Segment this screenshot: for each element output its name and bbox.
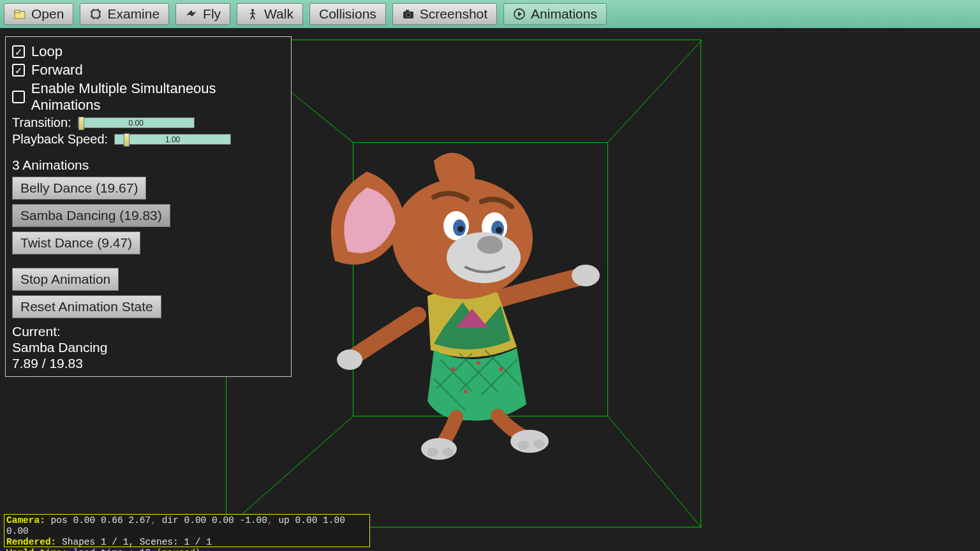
walk-icon: [246, 8, 259, 20]
svg-point-22: [451, 367, 455, 371]
animation-button[interactable]: Belly Dance (19.67): [12, 177, 146, 200]
screenshot-label: Screenshot: [420, 6, 487, 22]
current-animation-status: Current: Samba Dancing 7.89 / 19.83: [12, 324, 285, 371]
svg-point-28: [427, 448, 438, 457]
svg-point-4: [251, 9, 254, 11]
svg-rect-3: [91, 10, 101, 19]
animation-button[interactable]: Twist Dance (9.47): [12, 231, 140, 254]
svg-point-31: [517, 441, 529, 450]
fly-button[interactable]: Fly: [175, 3, 230, 25]
stop-animation-button[interactable]: Stop Animation: [12, 268, 119, 291]
examine-icon: [89, 8, 102, 20]
svg-point-38: [496, 227, 502, 233]
animations-button[interactable]: Animations: [503, 3, 607, 25]
svg-line-10: [608, 40, 702, 142]
fly-label: Fly: [203, 6, 221, 22]
status-camera-pos: 0.00 0.66 2.67: [73, 515, 151, 525]
multi-checkbox-row[interactable]: Enable Multiple Simultaneous Animations: [12, 80, 285, 114]
svg-point-13: [572, 265, 600, 286]
speed-row: Playback Speed: 1.00: [12, 132, 285, 147]
examine-label: Examine: [107, 6, 160, 22]
svg-point-27: [442, 448, 454, 457]
svg-point-23: [477, 361, 480, 365]
loop-label: Loop: [31, 43, 63, 60]
animations-label: Animations: [531, 6, 597, 22]
collisions-button[interactable]: Collisions: [309, 3, 386, 25]
forward-label: Forward: [31, 62, 83, 78]
speed-label: Playback Speed:: [12, 132, 108, 147]
multi-checkbox[interactable]: [12, 91, 25, 103]
speed-slider[interactable]: 1.00: [114, 134, 231, 145]
play-circle-icon: [513, 8, 526, 20]
svg-rect-1: [15, 10, 20, 13]
multi-label: Enable Multiple Simultaneous Animations: [31, 80, 285, 114]
svg-point-24: [499, 367, 503, 371]
model-character: [306, 149, 612, 468]
current-heading: Current:: [12, 324, 285, 340]
loop-checkbox[interactable]: ✓: [12, 45, 25, 58]
forward-checkbox[interactable]: ✓: [12, 64, 25, 77]
loop-checkbox-row[interactable]: ✓ Loop: [12, 43, 285, 60]
svg-rect-7: [406, 10, 409, 12]
transition-slider[interactable]: 0.00: [78, 117, 195, 128]
collisions-label: Collisions: [319, 6, 376, 22]
examine-button[interactable]: Examine: [80, 3, 169, 25]
fly-icon: [185, 8, 198, 20]
screenshot-button[interactable]: Screenshot: [392, 3, 497, 25]
status-bar: Camera: pos 0.00 0.66 2.67, dir 0.00 0.0…: [4, 514, 370, 547]
forward-checkbox-row[interactable]: ✓ Forward: [12, 62, 285, 78]
svg-point-14: [337, 349, 362, 370]
transition-row: Transition: 0.00: [12, 115, 285, 130]
svg-point-37: [457, 226, 464, 232]
open-label: Open: [31, 6, 64, 22]
status-camera-dir: 0.00 0.00 -1.00: [184, 515, 267, 525]
animation-count: 3 Animations: [12, 158, 285, 173]
open-icon: [13, 8, 26, 20]
animation-button[interactable]: Samba Dancing (19.83): [12, 204, 170, 227]
reset-animation-button[interactable]: Reset Animation State: [12, 295, 161, 318]
status-world-key: World time:: [6, 548, 68, 551]
walk-button[interactable]: Walk: [237, 3, 303, 25]
current-time: 7.89 / 19.83: [12, 356, 285, 372]
status-rendered-val: Shapes 1 / 1, Scenes: 1 / 1: [56, 537, 212, 547]
status-rendered-key: Rendered:: [6, 537, 56, 547]
svg-point-40: [477, 236, 503, 254]
svg-point-6: [406, 13, 410, 17]
transition-label: Transition:: [12, 115, 71, 130]
status-world-val: load time + 10: [68, 548, 156, 551]
walk-label: Walk: [264, 6, 293, 22]
transition-value: 0.00: [78, 119, 194, 128]
camera-icon: [402, 8, 415, 20]
current-name: Samba Dancing: [12, 340, 285, 356]
svg-line-12: [608, 416, 702, 528]
speed-value: 1.00: [115, 135, 230, 144]
open-button[interactable]: Open: [4, 3, 73, 25]
status-camera-key: Camera:: [6, 515, 45, 525]
main-toolbar: Open Examine Fly Walk Collisions Screens…: [0, 0, 980, 28]
animations-panel: ✓ Loop ✓ Forward Enable Multiple Simulta…: [5, 36, 292, 377]
status-paused: (paused): [156, 548, 201, 551]
svg-point-25: [464, 390, 468, 393]
svg-point-30: [533, 439, 545, 448]
